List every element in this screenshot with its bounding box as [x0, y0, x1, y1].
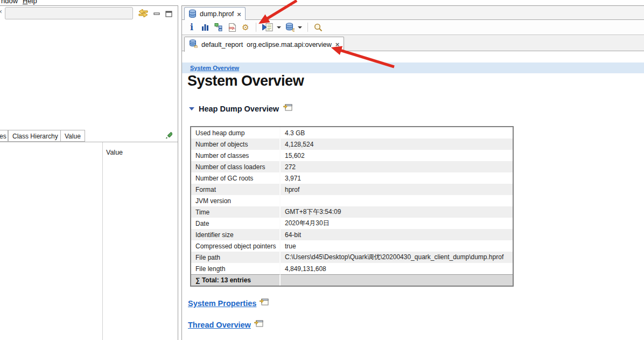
- report-icon: ⚙: [189, 39, 198, 50]
- swap-view-icon[interactable]: [138, 9, 149, 19]
- table-total-label: ∑ Total: 13 entries: [191, 274, 281, 286]
- minimize-icon[interactable]: [153, 10, 160, 20]
- svg-text:⚙: ⚙: [194, 44, 198, 48]
- editor-tab-label: dump.hprof: [200, 10, 234, 18]
- svg-text:⚙: ⚙: [292, 27, 295, 32]
- inspector-tab-class-hierarchy[interactable]: Class Hierarchy: [8, 130, 62, 142]
- inspector-tab-bar: es Class Hierarchy Value: [0, 130, 178, 142]
- oql-icon[interactable]: OQL: [227, 23, 237, 32]
- section-header-heap-dump-overview[interactable]: Heap Dump Overview: [189, 104, 292, 114]
- heap-dump-overview-table: Used heap dump 4.3 GB Number of objects …: [190, 126, 514, 287]
- table-cell-label: Number of classes: [191, 150, 281, 161]
- toolbar-separator: [307, 23, 308, 32]
- table-row[interactable]: Number of class loaders 272: [191, 161, 513, 172]
- dropdown-arrow-icon[interactable]: [298, 26, 302, 29]
- table-row[interactable]: File length 4,849,131,608: [191, 263, 513, 274]
- inspector-tab-value[interactable]: Value: [60, 130, 85, 142]
- menu-item-window[interactable]: ndow: [1, 0, 18, 5]
- table-cell-value: hprof: [281, 184, 513, 195]
- close-icon[interactable]: ×: [0, 8, 2, 16]
- table-cell-value: 2020年4月30日: [281, 218, 513, 229]
- table-row[interactable]: Number of objects 4,128,524: [191, 138, 513, 150]
- table-cell-label: Number of GC roots: [191, 172, 281, 184]
- pin-icon[interactable]: [165, 132, 172, 142]
- open-report-icon[interactable]: [283, 104, 292, 114]
- link-thread-overview[interactable]: Thread Overview: [188, 320, 263, 330]
- table-cell-label: Format: [191, 184, 281, 195]
- inspector-panel: × es Class Hierarchy Value Value: [0, 5, 178, 340]
- table-cell-value: true: [281, 240, 513, 252]
- table-cell-label: Identifier size: [191, 229, 281, 240]
- link-label[interactable]: Thread Overview: [188, 321, 251, 329]
- table-footer-spacer: [281, 274, 513, 286]
- run-expert-report-icon[interactable]: [262, 23, 274, 32]
- table-cell-value: 15,602: [281, 150, 513, 161]
- info-icon[interactable]: i: [187, 23, 197, 32]
- table-row[interactable]: Identifier size 64-bit: [191, 229, 513, 240]
- table-cell-label: File length: [191, 263, 281, 274]
- histogram-icon[interactable]: [200, 23, 210, 32]
- table-footer-row: ∑ Total: 13 entries: [191, 274, 513, 286]
- table-cell-label: Time: [191, 206, 281, 218]
- breadcrumb-link-system-overview[interactable]: System Overview: [190, 65, 239, 71]
- collapse-triangle-icon[interactable]: [189, 107, 194, 110]
- page-title: System Overview: [187, 73, 304, 89]
- table-cell-value: 3,971: [281, 172, 513, 184]
- table-row[interactable]: Date 2020年4月30日: [191, 218, 513, 229]
- inspector-tab-attributes[interactable]: es: [0, 130, 8, 142]
- value-column-header: Value: [106, 149, 123, 156]
- dropdown-arrow-icon[interactable]: [277, 26, 281, 29]
- table-row[interactable]: Used heap dump 4.3 GB: [191, 127, 513, 138]
- inspector-tab-area[interactable]: [5, 7, 133, 19]
- table-cell-value: C:\Users\d45\Desktop\Quark调优\20200430_qu…: [281, 252, 513, 263]
- search-icon[interactable]: [313, 23, 323, 32]
- editor-toolbar: i OQL ⚙: [182, 20, 644, 35]
- table-cell-label: JVM version: [191, 195, 281, 206]
- close-icon[interactable]: ×: [237, 11, 241, 18]
- table-row[interactable]: Number of classes 15,602: [191, 150, 513, 161]
- column-divider[interactable]: [102, 142, 103, 340]
- table-cell-label: File path: [191, 252, 281, 263]
- table-cell-value: GMT+8下午3:54:09: [281, 206, 513, 218]
- table-row[interactable]: File path C:\Users\d45\Desktop\Quark调优\2…: [191, 252, 513, 263]
- table-cell-label: Number of objects: [191, 138, 281, 150]
- table-row[interactable]: Format hprof: [191, 184, 513, 195]
- table-cell-label: Used heap dump: [191, 127, 281, 138]
- table-row[interactable]: Number of GC roots 3,971: [191, 172, 513, 184]
- inspector-table-area: Value: [0, 142, 178, 340]
- report-tab-overview[interactable]: ⚙ default_report org.eclipse.mat.api:ove…: [184, 37, 344, 52]
- editor-tab-bar: dump.hprof ×: [182, 6, 644, 20]
- maximize-icon[interactable]: [165, 10, 173, 19]
- section-title: Heap Dump Overview: [199, 105, 279, 113]
- table-cell-value: [281, 195, 513, 206]
- link-label[interactable]: System Properties: [188, 299, 256, 308]
- dominator-tree-icon[interactable]: [214, 23, 223, 32]
- report-tab-label: default_report org.eclipse.mat.api:overv…: [201, 41, 332, 48]
- table-row[interactable]: Time GMT+8下午3:54:09: [191, 206, 513, 218]
- toolbar-separator: [256, 23, 256, 32]
- inspector-toolbar: ×: [0, 6, 178, 20]
- table-cell-value: 64-bit: [281, 229, 513, 240]
- link-system-properties[interactable]: System Properties: [188, 299, 269, 308]
- table-row[interactable]: JVM version: [191, 195, 513, 206]
- table-cell-value: 272: [281, 161, 513, 172]
- table-cell-value: 4.3 GB: [281, 127, 513, 138]
- query-browser-icon[interactable]: ⚙: [285, 23, 295, 32]
- heap-dump-icon: [188, 9, 197, 19]
- open-report-icon[interactable]: [254, 320, 263, 330]
- customize-gear-icon[interactable]: ⚙: [241, 23, 250, 32]
- table-row[interactable]: Compressed object pointers true: [191, 240, 513, 252]
- editor-area: dump.hprof × i OQL: [181, 5, 644, 340]
- breadcrumb: System Overview: [182, 63, 644, 73]
- table-cell-label: Number of class loaders: [191, 161, 281, 172]
- table-body: Used heap dump 4.3 GB Number of objects …: [191, 127, 513, 274]
- table-cell-value: 4,849,131,608: [281, 263, 513, 274]
- menu-item-help[interactable]: Help: [23, 0, 37, 5]
- table-cell-label: Compressed object pointers: [191, 240, 281, 252]
- close-icon[interactable]: ×: [335, 41, 340, 48]
- table-cell-label: Date: [191, 218, 281, 229]
- editor-tab-dump-hprof[interactable]: dump.hprof ×: [184, 7, 246, 20]
- report-tab-bar: ⚙ default_report org.eclipse.mat.api:ove…: [182, 35, 644, 51]
- open-report-icon[interactable]: [260, 299, 269, 308]
- svg-text:OQL: OQL: [229, 26, 236, 30]
